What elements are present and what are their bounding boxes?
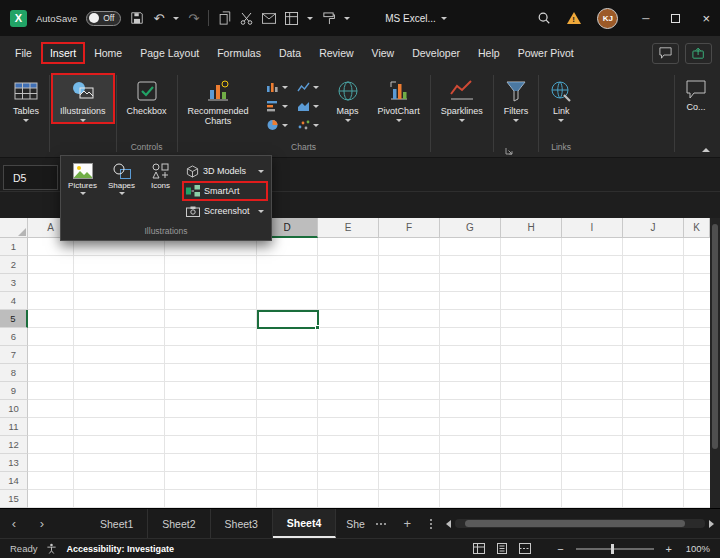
cut-icon[interactable] [240, 12, 253, 25]
row-header-15[interactable]: 15 [0, 490, 28, 508]
vertical-scrollbar[interactable] [710, 218, 720, 508]
row-header-11[interactable]: 11 [0, 418, 28, 436]
menu-item-shapes[interactable]: Shapes [102, 156, 141, 224]
copy-icon[interactable] [218, 11, 231, 25]
tab-insert[interactable]: Insert [41, 42, 85, 64]
table-tool-icon[interactable] [285, 12, 298, 25]
column-header-g[interactable]: G [440, 218, 501, 238]
user-avatar[interactable]: KJ [597, 8, 618, 29]
horizontal-scrollbar[interactable] [442, 509, 720, 538]
name-box[interactable]: D5 [3, 165, 58, 190]
tab-home[interactable]: Home [85, 42, 131, 64]
tab-data[interactable]: Data [270, 42, 310, 64]
undo-chevron-icon[interactable] [173, 17, 179, 20]
sheet-tab-sheet4-active[interactable]: Sheet4 [273, 509, 336, 538]
tab-help[interactable]: Help [469, 42, 509, 64]
menu-item-pictures[interactable]: Pictures [63, 156, 102, 224]
row-header-3[interactable]: 3 [0, 274, 28, 292]
horizontal-scroll-track[interactable] [455, 519, 705, 528]
tab-file[interactable]: File [6, 42, 41, 64]
autosave-toggle[interactable]: Off [86, 11, 121, 26]
insert-column-chart-button[interactable] [266, 81, 288, 93]
format-painter-icon[interactable] [322, 12, 335, 25]
accessibility-status[interactable]: Accessibility: Investigate [66, 544, 174, 554]
menu-item-screenshot[interactable]: Screenshot [182, 201, 268, 221]
worksheet-cells[interactable] [28, 238, 710, 508]
zoom-slider[interactable] [576, 548, 654, 550]
vertical-scrollbar-thumb[interactable] [712, 224, 718, 449]
search-icon[interactable] [537, 11, 551, 25]
close-icon[interactable]: × [702, 11, 710, 26]
row-header-14[interactable]: 14 [0, 472, 28, 490]
mail-icon[interactable] [262, 13, 276, 24]
menu-item-icons[interactable]: Icons [141, 156, 180, 224]
tab-page-layout[interactable]: Page Layout [131, 42, 208, 64]
horizontal-scroll-thumb[interactable] [465, 520, 685, 527]
insert-line-chart-button[interactable] [297, 81, 319, 93]
page-break-view-icon[interactable] [519, 543, 531, 554]
row-header-2[interactable]: 2 [0, 256, 28, 274]
menu-item-smartart[interactable]: SmartArt [182, 181, 268, 201]
comments-button[interactable]: Co... [676, 73, 716, 114]
share-button[interactable] [685, 43, 712, 64]
format-painter-chevron-icon[interactable] [344, 17, 350, 20]
column-header-f[interactable]: F [379, 218, 440, 238]
link-button[interactable]: Link [540, 73, 582, 124]
sheet-tab-sheet1[interactable]: Sheet1 [86, 509, 148, 538]
select-all-corner[interactable] [0, 218, 28, 238]
redo-icon[interactable]: ↷ [188, 12, 199, 25]
maximize-icon[interactable] [671, 14, 680, 23]
column-header-e[interactable]: E [318, 218, 379, 238]
undo-icon[interactable]: ↶ [153, 12, 164, 25]
sheet-options-icon[interactable] [420, 519, 442, 529]
row-header-6[interactable]: 6 [0, 328, 28, 346]
row-header-4[interactable]: 4 [0, 292, 28, 310]
normal-view-icon[interactable] [473, 543, 485, 554]
add-sheet-icon[interactable]: + [394, 516, 420, 531]
sheet-tab-sheet2[interactable]: Sheet2 [148, 509, 210, 538]
maps-button[interactable]: Maps [327, 73, 369, 124]
insert-bar-chart-button[interactable] [266, 100, 288, 112]
insert-pie-chart-button[interactable] [266, 119, 288, 131]
recommended-charts-button[interactable]: RecommendedCharts [179, 73, 258, 129]
fill-handle[interactable] [315, 325, 320, 330]
tab-power-pivot[interactable]: Power Pivot [509, 42, 583, 64]
row-header-8[interactable]: 8 [0, 364, 28, 382]
zoom-out-icon[interactable]: − [557, 543, 563, 555]
table-tool-chevron-icon[interactable] [307, 17, 313, 20]
next-sheet-icon[interactable]: › [28, 516, 56, 531]
column-header-j[interactable]: J [623, 218, 684, 238]
tab-review[interactable]: Review [310, 42, 362, 64]
scroll-left-icon[interactable] [446, 520, 451, 528]
save-icon[interactable] [130, 11, 144, 25]
checkbox-button[interactable]: Checkbox [118, 73, 176, 118]
row-header-10[interactable]: 10 [0, 400, 28, 418]
row-header-9[interactable]: 9 [0, 382, 28, 400]
title-chevron-icon[interactable] [441, 17, 447, 20]
scroll-right-icon[interactable] [709, 520, 714, 528]
sheet-overflow-icon[interactable] [368, 523, 394, 525]
row-header-7[interactable]: 7 [0, 346, 28, 364]
pivotchart-button[interactable]: PivotChart [369, 73, 429, 124]
sheet-tab-sheet3[interactable]: Sheet3 [211, 509, 273, 538]
zoom-slider-thumb[interactable] [611, 544, 614, 554]
tab-developer[interactable]: Developer [403, 42, 469, 64]
sheet-tab-partial[interactable]: She [336, 509, 368, 538]
column-header-k[interactable]: K [684, 218, 710, 238]
tables-button[interactable]: Tables [4, 73, 48, 124]
excel-logo-icon[interactable]: X [10, 10, 27, 27]
previous-sheet-icon[interactable]: ‹ [0, 516, 28, 531]
tab-formulas[interactable]: Formulas [208, 42, 270, 64]
minimize-icon[interactable]: ─ [642, 13, 649, 24]
tab-view[interactable]: View [363, 42, 404, 64]
illustrations-button[interactable]: Illustrations [51, 73, 115, 124]
column-header-i[interactable]: I [562, 218, 623, 238]
filters-button[interactable]: Filters [495, 73, 538, 124]
column-header-h[interactable]: H [501, 218, 562, 238]
selected-cell-d5[interactable] [257, 310, 319, 329]
insert-scatter-chart-button[interactable] [297, 119, 319, 131]
insert-area-chart-button[interactable] [297, 100, 319, 112]
collapse-ribbon-icon[interactable] [702, 148, 710, 152]
zoom-in-icon[interactable]: + [666, 543, 672, 555]
menu-item-3d-models[interactable]: 3D Models [182, 161, 268, 181]
